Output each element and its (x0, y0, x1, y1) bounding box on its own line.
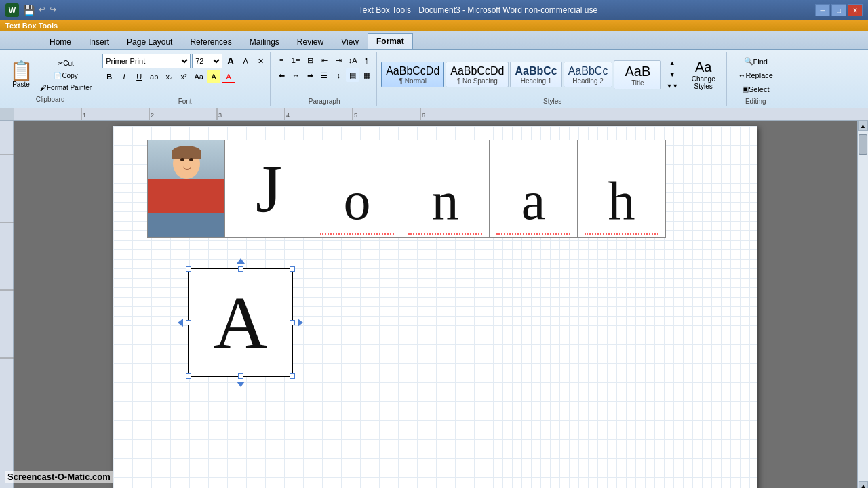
find-button[interactable]: 🔍 Find (735, 55, 776, 68)
tab-format[interactable]: Format (368, 33, 413, 49)
scroll-thumb-vertical[interactable] (859, 134, 867, 155)
paste-icon: 📋 (9, 62, 33, 81)
style-nospacing-button[interactable]: AaBbCcDd ¶ No Spacing (446, 62, 509, 87)
italic-button[interactable]: I (117, 70, 131, 83)
align-left-button[interactable]: ⬅ (275, 68, 288, 82)
decrease-indent-button[interactable]: ⇤ (317, 54, 331, 67)
sort-button[interactable]: ↕A (346, 54, 359, 67)
font-label: Font (102, 96, 267, 105)
style-normal-label: ¶ Normal (399, 77, 427, 85)
style-nospacing-sample: AaBbCcDd (450, 64, 504, 77)
style-heading1-button[interactable]: AaBbCc Heading 1 (510, 62, 561, 87)
grow-font-button[interactable]: A (224, 54, 237, 68)
tab-references[interactable]: References (181, 33, 240, 49)
bullets-button[interactable]: ≡ (275, 54, 288, 67)
handle-mr[interactable] (290, 320, 295, 325)
cut-button[interactable]: ✂ Cut (37, 58, 95, 69)
paragraph-label: Paragraph (275, 96, 374, 105)
scroll-prev-page[interactable]: ▲ (859, 481, 868, 488)
editing-label: Editing (731, 96, 780, 105)
name-cards-container: J o n a h (147, 140, 666, 238)
tab-page-layout[interactable]: Page Layout (118, 33, 181, 49)
subscript-button[interactable]: x₂ (162, 70, 176, 83)
numbering-button[interactable]: 1≡ (289, 54, 302, 67)
styles-more[interactable]: ▼▼ (663, 81, 682, 92)
handle-bottom-arrow (237, 382, 245, 387)
document-page[interactable]: J o n a h A (113, 126, 757, 488)
document-title: Document3 - Microsoft Word non-commercia… (418, 5, 597, 15)
multilevel-button[interactable]: ⊟ (303, 54, 317, 67)
tab-mailings[interactable]: Mailings (241, 33, 288, 49)
window-title: Text Box Tools Document3 - Microsoft Wor… (141, 5, 815, 15)
shrink-font-button[interactable]: A (239, 54, 252, 68)
style-heading2-sample: AaBbCc (568, 64, 608, 77)
quick-redo[interactable]: ↪ (50, 5, 56, 16)
change-case-button[interactable]: Aa (192, 70, 205, 83)
align-center-button[interactable]: ↔ (289, 68, 302, 82)
style-heading2-button[interactable]: AaBbCc Heading 2 (564, 62, 613, 87)
copy-button[interactable]: 📄 Copy (37, 70, 95, 81)
styles-scroll-up[interactable]: ▲ (663, 58, 682, 68)
handle-ml[interactable] (186, 320, 191, 325)
format-painter-button[interactable]: 🖌 Format Painter (37, 82, 95, 94)
close-button[interactable]: ✕ (848, 4, 863, 16)
textbox-a[interactable]: A (188, 268, 293, 377)
textbox-tools-tab: Text Box Tools (0, 20, 868, 31)
ribbon-tabs: Home Insert Page Layout References Maili… (0, 31, 868, 50)
styles-scroll-down[interactable]: ▼ (663, 69, 682, 80)
styles-label: Styles (381, 96, 724, 105)
justify-button[interactable]: ☰ (317, 68, 331, 82)
bold-button[interactable]: B (102, 70, 116, 83)
replace-button[interactable]: ↔ Replace (735, 69, 776, 81)
editing-group: 🔍 Find ↔ Replace ▣ Select Editing (728, 52, 783, 106)
tab-view[interactable]: View (332, 33, 368, 49)
quick-undo[interactable]: ↩ (39, 5, 45, 16)
handle-br[interactable] (290, 373, 295, 379)
scroll-up-button[interactable]: ▲ (858, 121, 868, 131)
paste-button[interactable]: 📋 Paste (5, 56, 37, 94)
font-color-button[interactable]: A (222, 70, 235, 83)
svg-text:6: 6 (422, 112, 425, 119)
clear-format-button[interactable]: ✕ (254, 54, 267, 68)
show-hide-button[interactable]: ¶ (360, 54, 374, 67)
photo-box (147, 140, 225, 238)
shading-button[interactable]: ▤ (346, 68, 359, 82)
superscript-button[interactable]: x² (177, 70, 191, 83)
font-name-select[interactable]: Primer Print (102, 54, 191, 68)
change-styles-icon: Aa (695, 60, 711, 75)
clipboard-group: 📋 Paste ✂ Cut 📄 Copy 🖌 Format Painter Cl… (3, 52, 98, 106)
paragraph-group: ≡ 1≡ ⊟ ⇤ ⇥ ↕A ¶ ⬅ ↔ ➡ ☰ ↕ ▤ ▦ Paragraph (272, 52, 377, 106)
align-right-button[interactable]: ➡ (303, 68, 317, 82)
tab-insert[interactable]: Insert (80, 33, 118, 49)
style-title-button[interactable]: AaB Title (614, 60, 661, 89)
page-container: J o n a h A (14, 121, 857, 488)
style-heading1-label: Heading 1 (521, 77, 552, 85)
change-styles-label: ChangeStyles (692, 75, 715, 90)
letter-card-n: n (401, 140, 490, 238)
border-button[interactable]: ▦ (360, 68, 374, 82)
line-spacing-button[interactable]: ↕ (332, 68, 345, 82)
select-button[interactable]: ▣ Select (735, 83, 776, 96)
quick-save[interactable]: 💾 (23, 5, 35, 16)
font-size-select[interactable]: 72 (192, 54, 222, 68)
minimize-button[interactable]: ─ (815, 4, 830, 16)
handle-bm[interactable] (238, 373, 243, 379)
tab-review[interactable]: Review (288, 33, 332, 49)
strikethrough-button[interactable]: ab (147, 70, 161, 83)
increase-indent-button[interactable]: ⇥ (332, 54, 345, 67)
highlight-button[interactable]: A (207, 70, 220, 83)
horizontal-ruler: 1 2 3 4 5 6 (0, 108, 868, 121)
letter-card-o: o (313, 140, 401, 238)
handle-tl[interactable] (186, 266, 191, 272)
maximize-button[interactable]: □ (831, 4, 846, 16)
tab-home[interactable]: Home (41, 33, 80, 49)
style-normal-button[interactable]: AaBbCcDd ¶ Normal (381, 62, 444, 87)
change-styles-button[interactable]: Aa ChangeStyles (683, 57, 724, 93)
handle-tr[interactable] (290, 266, 295, 272)
handle-bl[interactable] (186, 373, 191, 379)
vertical-scrollbar: ▲ ▲ ● ▼ ▼ (857, 121, 868, 488)
handle-tm[interactable] (238, 266, 243, 272)
scroll-track-vertical (858, 131, 868, 481)
handle-left-arrow (178, 319, 183, 327)
underline-button[interactable]: U (132, 70, 146, 83)
